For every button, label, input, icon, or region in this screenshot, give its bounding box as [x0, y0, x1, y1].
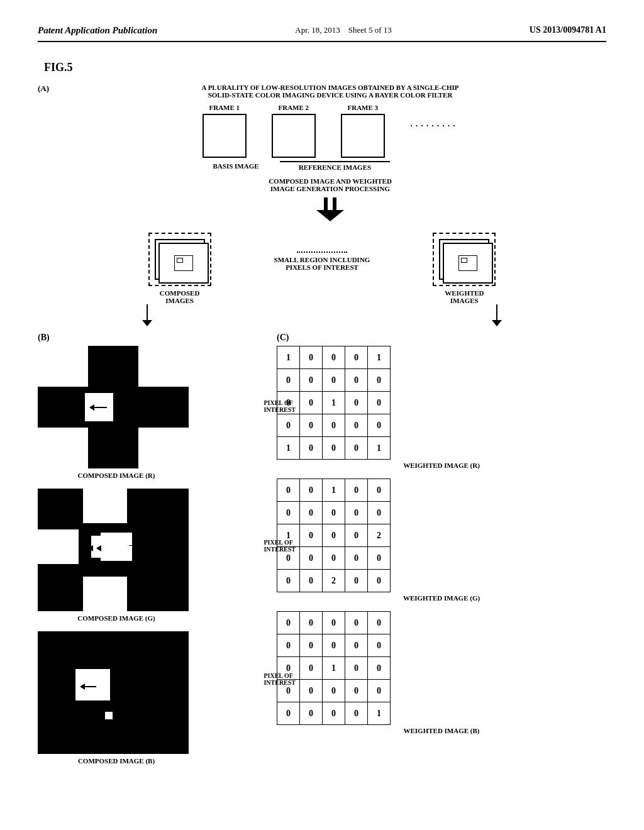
grid-cell: 0 [368, 680, 391, 702]
frame1-item: FRAME 1 [203, 104, 247, 158]
grid-cell: 0 [323, 414, 345, 437]
header-title: Patent Application Publication [38, 25, 157, 36]
basis-label: BASIS IMAGE [204, 162, 267, 170]
grid-cell: 0 [345, 414, 368, 437]
grid-cell: 0 [345, 570, 368, 592]
grid-cell: 1 [368, 346, 391, 369]
grid-cell: 1 [323, 657, 345, 680]
grid-cell: 0 [300, 657, 323, 680]
weighted-r-caption: WEIGHTED IMAGE (R) [277, 462, 606, 469]
grid-cell: 0 [368, 547, 391, 570]
grid-cell: 0 [300, 414, 323, 437]
frame3-item: FRAME 3 [341, 104, 385, 158]
section-b-label: (B) [38, 333, 239, 343]
grid-cell: 1 [368, 437, 391, 460]
legend-undefined: :UNDEFINED PIXEL(UNFILLED) [104, 726, 171, 738]
pixel-interest-b-arrow [129, 678, 176, 679]
grid-cell: 0 [323, 346, 345, 369]
grid-cell: 0 [300, 502, 323, 524]
weighted-images-label: WEIGHTEDIMAGES [445, 289, 484, 304]
grid-cell: 2 [368, 524, 391, 547]
composed-r-caption: COMPOSED IMAGE (R) [38, 472, 195, 479]
composed-b-caption: COMPOSED IMAGE (B) [38, 757, 195, 765]
pixel-interest-r-label: PIXEL OFINTEREST [264, 399, 296, 413]
weighted-b-group: 0000000000001000000000001 WEIGHTED IMAGE… [277, 611, 606, 734]
frame2-box [272, 114, 316, 158]
grid-cell: 0 [345, 392, 368, 414]
grid-cell: 0 [300, 346, 323, 369]
weighted-images-group: WEIGHTEDIMAGES [433, 233, 496, 304]
grid-cell: 0 [300, 680, 323, 702]
section-b: (B) [38, 333, 239, 774]
weighted-g-grid: 0010000000100020000000200 [277, 479, 391, 592]
grid-cell: 0 [277, 414, 300, 437]
grid-cell: 0 [323, 547, 345, 570]
grid-cell: 0 [300, 479, 323, 502]
grid-cell: 0 [277, 502, 300, 524]
frame3-label: FRAME 3 [347, 104, 378, 111]
grid-cell: 0 [277, 570, 300, 592]
frame1-label: FRAME 1 [209, 104, 240, 111]
reference-label: REFERENCE IMAGES [280, 163, 390, 171]
header-date-sheet: Apr. 18, 2013 Sheet 5 of 13 [295, 25, 391, 35]
processing-arrow [316, 197, 344, 221]
grid-cell: 2 [323, 570, 345, 592]
grid-cell: 1 [323, 479, 345, 502]
composed-b-group: PIXEL OFINTEREST :DEFINED PIXEL(FILLED) … [38, 631, 239, 754]
frame2-item: FRAME 2 [272, 104, 316, 158]
grid-cell: 0 [345, 346, 368, 369]
continuation-dots: ......... [410, 104, 458, 130]
grid-cell: 0 [323, 369, 345, 392]
grid-cell: 0 [300, 570, 323, 592]
grid-cell: 0 [300, 547, 323, 570]
grid-cell: 0 [345, 680, 368, 702]
grid-cell: 0 [345, 437, 368, 460]
weighted-b-grid: 0000000000001000000000001 [277, 611, 391, 725]
grid-cell: 0 [368, 570, 391, 592]
grid-cell: 0 [300, 524, 323, 547]
grid-cell: 0 [300, 702, 323, 725]
pixel-interest-g-arrow [129, 545, 176, 546]
small-region-group: SMALL REGION INCLUDINGPIXELS OF INTEREST [274, 252, 370, 271]
frame1-box [203, 114, 247, 158]
grid-cell: 0 [368, 657, 391, 680]
grid-cell: 0 [368, 392, 391, 414]
legend-undefined-box [104, 727, 114, 737]
pixel-interest-b-label: PIXEL OFINTEREST [264, 672, 296, 686]
legend-defined-text: :DEFINED PIXEL(FILLED) [117, 709, 163, 722]
grid-cell: 0 [323, 680, 345, 702]
composed-r-group: PIXEL OFINTEREST [38, 346, 239, 468]
grid-cell: 0 [323, 502, 345, 524]
weighted-g-caption: WEIGHTED IMAGE (G) [277, 594, 606, 602]
pixel-interest-g-label: PIXEL OFINTEREST [264, 539, 296, 553]
composed-r-image [38, 346, 189, 468]
composed-g-image [38, 489, 189, 611]
grid-cell: 0 [345, 369, 368, 392]
composed-images-group: COMPOSEDIMAGES [148, 233, 211, 304]
grid-cell: 0 [368, 502, 391, 524]
weighted-r-group: 1000100000001000000010001 WEIGHTED IMAGE… [277, 346, 606, 469]
grid-cell: 0 [368, 479, 391, 502]
legend: :DEFINED PIXEL(FILLED) :UNDEFINED PIXEL(… [104, 709, 171, 738]
grid-cell: 0 [323, 634, 345, 657]
frame3-box [341, 114, 385, 158]
page: Patent Application Publication Apr. 18, … [0, 0, 644, 830]
pixel-interest-r-arrow [129, 406, 176, 406]
grid-cell: 0 [277, 369, 300, 392]
grid-cell: 0 [345, 612, 368, 634]
grid-cell: 1 [323, 392, 345, 414]
grid-cell: 0 [345, 634, 368, 657]
grid-cell: 0 [368, 612, 391, 634]
grid-cell: 0 [323, 612, 345, 634]
legend-defined-box [104, 711, 114, 721]
header-patent-num: US 2013/0094781 A1 [530, 25, 606, 35]
composed-text: COMPOSED IMAGE AND WEIGHTED IMAGE GENERA… [269, 177, 392, 192]
composed-g-caption: COMPOSED IMAGE (G) [38, 614, 195, 622]
section-a-label: (A) [38, 84, 49, 226]
grid-cell: 0 [368, 414, 391, 437]
grid-cell: 0 [323, 524, 345, 547]
header: Patent Application Publication Apr. 18, … [38, 25, 606, 42]
grid-cell: 0 [277, 479, 300, 502]
section-c-label: (C) [277, 333, 606, 343]
section-c: (C) 1000100000001000000010001 WEIGHTED I… [252, 333, 606, 774]
